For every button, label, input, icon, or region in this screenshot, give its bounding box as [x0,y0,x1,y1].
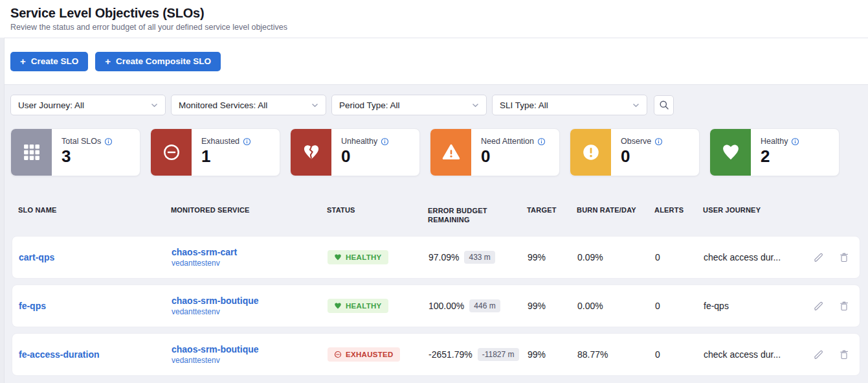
filter-bar: User Journey: All Monitored Services: Al… [0,85,868,115]
burn-rate-value: 0.09% [577,252,655,262]
stat-value: 1 [201,148,251,165]
target-value: 99% [528,301,577,311]
table-row: fe-access-duration chaos-srm-boutique ve… [12,333,860,376]
alerts-count: 0 [655,349,704,360]
stat-value: 0 [341,148,389,165]
status-badge: HEALTHY [328,299,388,313]
stat-cards: Total SLOs 3 Exhausted 1 [0,115,868,176]
target-value: 99% [528,349,577,360]
stat-card-observe: Observe 0 [570,128,700,176]
col-slo-name: SLO NAME [18,206,171,214]
delete-button[interactable] [839,252,849,263]
table-row: cart-qps chaos-srm-cart vedanttestenv HE… [12,236,860,279]
stat-label: Healthy [761,137,788,146]
edit-button[interactable] [813,301,824,312]
user-journey-value: fe-qps [704,301,810,311]
error-budget-percent: 97.09% [428,252,459,262]
user-journey-filter-label: User Journey: All [18,100,84,110]
stat-value: 2 [761,148,799,165]
plus-icon: + [20,56,26,67]
stat-label: Exhausted [201,137,239,146]
plus-icon: + [105,56,111,67]
alerts-count: 0 [655,301,704,311]
monitored-services-filter[interactable]: Monitored Services: All [171,95,326,115]
search-icon [659,100,669,110]
info-icon[interactable] [243,137,251,146]
monitored-services-filter-label: Monitored Services: All [179,100,267,110]
period-type-filter[interactable]: Period Type: All [331,95,487,115]
stat-label: Unhealthy [341,137,377,146]
heart-icon [721,143,740,162]
status-label: HEALTHY [346,302,382,310]
trash-icon [839,349,849,360]
info-icon[interactable] [104,137,113,146]
toolbar: + Create SLO + Create Composite SLO [0,38,868,85]
info-icon[interactable] [654,137,663,146]
stat-value: 3 [61,148,113,165]
stat-card-unhealthy: Unhealthy 0 [290,128,420,176]
delete-button[interactable] [839,349,849,360]
status-label: EXHAUSTED [346,351,394,358]
status-badge: HEALTHY [328,250,388,264]
page-title: Service Level Objectives (SLOs) [10,6,858,21]
edit-button[interactable] [813,349,824,360]
burn-rate-value: 88.77% [577,349,655,360]
col-burn-rate: BURN RATE/DAY [577,206,654,214]
minus-circle-icon [334,351,342,358]
pencil-icon [813,252,824,263]
create-slo-button[interactable]: + Create SLO [10,52,88,71]
status-label: HEALTHY [346,253,382,261]
col-target: TARGET [527,206,577,214]
create-slo-label: Create SLO [31,56,79,66]
monitored-service-link[interactable]: chaos-srm-cart [172,247,328,258]
broken-heart-icon [302,143,320,161]
table-header: SLO NAME MONITORED SERVICE STATUS ERROR … [12,176,860,236]
pencil-icon [813,349,824,360]
edit-button[interactable] [813,252,824,263]
heart-icon [334,253,342,261]
warning-triangle-icon [441,143,461,162]
period-type-filter-label: Period Type: All [339,100,400,110]
grid-icon [23,144,40,161]
col-error-budget-remaining: ERROR BUDGET REMAINING [428,206,493,224]
stat-card-exhausted: Exhausted 1 [150,128,280,176]
info-icon[interactable] [381,137,389,146]
status-badge: EXHAUSTED [328,347,400,362]
environment-label: vedanttestenv [172,259,328,268]
info-icon[interactable] [791,137,799,146]
pencil-icon [813,301,824,312]
error-budget-percent: 100.00% [428,301,464,311]
slo-name-link[interactable]: fe-qps [19,301,46,311]
search-button[interactable] [654,95,674,115]
page-header: Service Level Objectives (SLOs) Review t… [0,0,868,38]
environment-label: vedanttestenv [172,307,328,316]
monitored-service-link[interactable]: chaos-srm-boutique [172,344,328,355]
content-area: User Journey: All Monitored Services: Al… [0,85,868,383]
col-user-journey: USER JOURNEY [703,206,809,214]
slo-table: SLO NAME MONITORED SERVICE STATUS ERROR … [0,176,868,376]
table-row: fe-qps chaos-srm-boutique vedanttestenv … [12,284,860,327]
trash-icon [839,301,849,312]
page-subtitle: Review the status and error budget of al… [10,23,858,32]
slo-name-link[interactable]: fe-access-duration [19,349,99,360]
alerts-count: 0 [655,252,704,262]
error-budget-minutes: 433 m [464,251,495,264]
chevron-down-icon [472,103,479,108]
user-journey-filter[interactable]: User Journey: All [10,95,166,115]
slo-name-link[interactable]: cart-qps [19,252,54,262]
chevron-down-icon [632,103,640,108]
left-rail [0,38,5,383]
heart-icon [334,302,342,310]
sli-type-filter[interactable]: SLI Type: All [492,95,647,115]
stat-label: Need Attention [481,137,534,146]
delete-button[interactable] [839,301,849,312]
stat-value: 0 [621,148,663,165]
col-status: STATUS [327,206,428,214]
info-icon[interactable] [537,137,546,146]
sli-type-filter-label: SLI Type: All [500,100,548,110]
col-alerts: ALERTS [654,206,703,214]
exclamation-circle-icon [581,143,601,162]
create-composite-slo-button[interactable]: + Create Composite SLO [95,52,221,71]
monitored-service-link[interactable]: chaos-srm-boutique [172,296,328,307]
stat-card-healthy: Healthy 2 [709,128,840,176]
